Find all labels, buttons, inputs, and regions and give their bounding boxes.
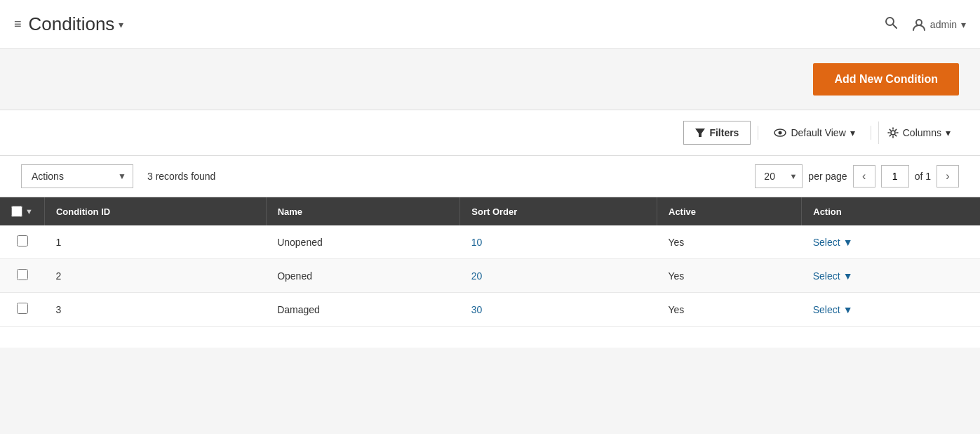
page-number-input[interactable] bbox=[881, 165, 909, 188]
filters-button[interactable]: Filters bbox=[683, 121, 751, 145]
action-dropdown-icon-2: ▼ bbox=[843, 304, 853, 315]
action-select-link-2[interactable]: Select ▼ bbox=[813, 304, 853, 315]
columns-dropdown-icon: ▾ bbox=[946, 127, 951, 138]
td-sort-order-0: 10 bbox=[460, 225, 657, 259]
of-label: of 1 bbox=[915, 171, 931, 182]
svg-marker-3 bbox=[695, 129, 705, 137]
per-page-label: per page bbox=[808, 171, 847, 182]
view-divider bbox=[758, 126, 758, 140]
td-name-2: Damaged bbox=[266, 293, 460, 327]
eye-icon bbox=[774, 126, 786, 139]
filter-bar: Filters Default View ▾ Columns ▾ bbox=[0, 110, 980, 156]
td-condition-id-0: 1 bbox=[44, 225, 266, 259]
action-dropdown-icon-1: ▼ bbox=[843, 270, 853, 282]
filter-icon bbox=[695, 128, 705, 138]
th-checkbox: ▼ bbox=[0, 197, 44, 225]
td-action-2: Select ▼ bbox=[802, 293, 980, 327]
td-active-0: Yes bbox=[657, 225, 802, 259]
per-page-select[interactable]: 2050100 bbox=[755, 164, 803, 188]
svg-point-6 bbox=[891, 131, 895, 135]
td-sort-order-2: 30 bbox=[460, 293, 657, 327]
page-title: Conditions ▾ bbox=[29, 13, 124, 35]
default-view-selector[interactable]: Default View ▾ bbox=[765, 121, 863, 145]
table-row: 3 Damaged 30 Yes Select ▼ bbox=[0, 293, 980, 327]
header-right: admin ▾ bbox=[884, 15, 966, 33]
td-checkbox-2 bbox=[0, 293, 44, 327]
records-found: 3 records found bbox=[147, 171, 741, 182]
svg-point-2 bbox=[916, 20, 922, 25]
actions-bar: Actions ▼ 3 records found 2050100 ▼ per … bbox=[0, 156, 980, 197]
row-checkbox-1[interactable] bbox=[17, 269, 28, 280]
table-header-row: ▼ Condition ID Name Sort Order Active Ac… bbox=[0, 197, 980, 225]
columns-divider bbox=[871, 126, 871, 140]
view-label: Default View bbox=[791, 127, 845, 138]
action-select-link-0[interactable]: Select ▼ bbox=[813, 237, 853, 248]
td-condition-id-2: 3 bbox=[44, 293, 266, 327]
td-name-0: Unopened bbox=[266, 225, 460, 259]
th-sort-order: Sort Order bbox=[460, 197, 657, 225]
admin-dropdown-icon: ▾ bbox=[961, 19, 966, 30]
next-page-button[interactable]: › bbox=[937, 165, 959, 188]
td-condition-id-1: 2 bbox=[44, 259, 266, 293]
action-select-link-1[interactable]: Select ▼ bbox=[813, 270, 853, 282]
header: ≡ Conditions ▾ admin ▾ bbox=[0, 0, 980, 49]
td-active-2: Yes bbox=[657, 293, 802, 327]
actions-select-wrap: Actions ▼ bbox=[21, 164, 133, 188]
title-dropdown-icon[interactable]: ▾ bbox=[119, 19, 123, 30]
td-active-1: Yes bbox=[657, 259, 802, 293]
add-new-condition-button[interactable]: Add New Condition bbox=[813, 63, 959, 96]
admin-label: admin bbox=[930, 19, 957, 30]
action-dropdown-icon-0: ▼ bbox=[843, 237, 853, 248]
toolbar-area: Add New Condition bbox=[0, 49, 980, 110]
th-active: Active bbox=[657, 197, 802, 225]
columns-label: Columns bbox=[903, 127, 941, 138]
table-wrap: ▼ Condition ID Name Sort Order Active Ac… bbox=[0, 197, 980, 348]
td-checkbox-1 bbox=[0, 259, 44, 293]
search-icon bbox=[884, 15, 898, 29]
conditions-table: ▼ Condition ID Name Sort Order Active Ac… bbox=[0, 197, 980, 327]
title-text: Conditions bbox=[29, 13, 115, 35]
select-all-checkbox[interactable] bbox=[11, 206, 22, 217]
row-checkbox-0[interactable] bbox=[17, 235, 28, 246]
view-dropdown-icon: ▾ bbox=[850, 127, 855, 138]
table-row: 1 Unopened 10 Yes Select ▼ bbox=[0, 225, 980, 259]
gear-icon bbox=[887, 127, 899, 138]
header-left: ≡ Conditions ▾ bbox=[14, 13, 123, 35]
td-sort-order-1: 20 bbox=[460, 259, 657, 293]
prev-page-button[interactable]: ‹ bbox=[853, 165, 875, 188]
td-action-1: Select ▼ bbox=[802, 259, 980, 293]
svg-line-1 bbox=[892, 25, 897, 29]
search-button[interactable] bbox=[884, 15, 898, 33]
td-name-1: Opened bbox=[266, 259, 460, 293]
actions-select[interactable]: Actions bbox=[21, 164, 133, 188]
per-page-select-wrap: 2050100 ▼ bbox=[755, 164, 803, 188]
svg-point-5 bbox=[779, 131, 782, 135]
admin-user-menu[interactable]: admin ▾ bbox=[912, 18, 966, 32]
td-checkbox-0 bbox=[0, 225, 44, 259]
user-icon bbox=[912, 18, 926, 32]
td-action-0: Select ▼ bbox=[802, 225, 980, 259]
th-action: Action bbox=[802, 197, 980, 225]
table-row: 2 Opened 20 Yes Select ▼ bbox=[0, 259, 980, 293]
th-checkbox-dropdown-icon[interactable]: ▼ bbox=[25, 207, 33, 216]
filters-label: Filters bbox=[709, 127, 739, 138]
pagination-wrap: 2050100 ▼ per page ‹ of 1 › bbox=[755, 164, 959, 188]
columns-selector[interactable]: Columns ▾ bbox=[878, 121, 959, 144]
th-condition-id: Condition ID bbox=[44, 197, 266, 225]
th-name: Name bbox=[266, 197, 460, 225]
row-checkbox-2[interactable] bbox=[17, 303, 28, 314]
hamburger-icon[interactable]: ≡ bbox=[14, 17, 22, 32]
